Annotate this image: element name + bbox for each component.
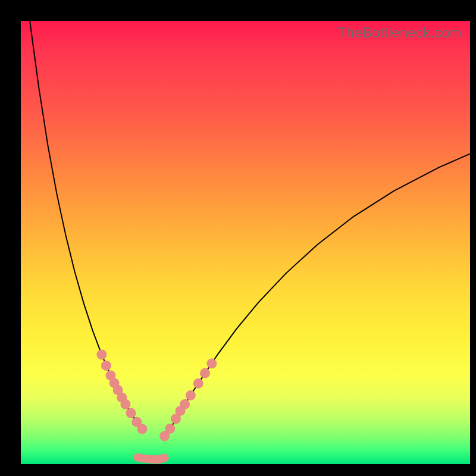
data-marker xyxy=(200,368,210,378)
data-marker xyxy=(206,358,217,368)
data-marker xyxy=(96,350,107,360)
curve-right-arm xyxy=(165,154,470,437)
data-marker xyxy=(165,424,175,434)
curve-left-arm xyxy=(30,21,142,429)
data-marker xyxy=(101,361,111,371)
data-marker xyxy=(193,378,203,389)
data-marker xyxy=(126,408,136,418)
data-marker xyxy=(186,390,196,400)
chart-frame: TheBottleneck.com xyxy=(0,0,476,476)
plot-area: TheBottleneck.com xyxy=(21,21,470,464)
marker-group xyxy=(96,350,217,441)
bottleneck-curve xyxy=(21,21,470,464)
data-marker xyxy=(120,399,130,409)
curve-flat-bottom xyxy=(137,458,164,459)
data-marker xyxy=(137,424,147,434)
data-marker xyxy=(180,399,190,409)
